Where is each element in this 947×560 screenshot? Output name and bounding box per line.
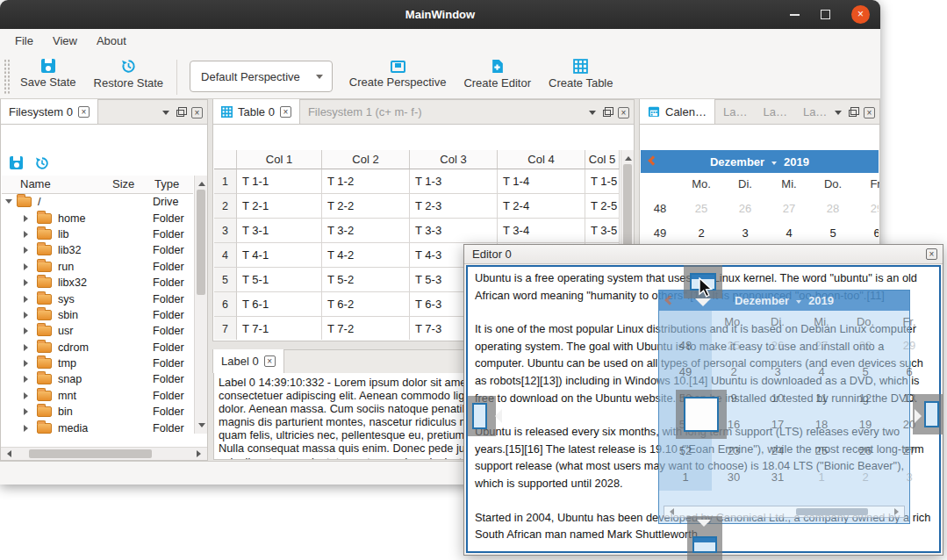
table-cell[interactable]: T 2-5 [585,194,620,219]
table-cell[interactable]: T 2-1 [237,194,322,219]
tree-row[interactable]: binFolder [2,404,193,420]
dock-float-icon[interactable] [849,110,857,117]
table-cell[interactable]: T 7-2 [322,317,410,340]
dock-close-icon[interactable]: × [618,107,629,118]
editor-titlebar[interactable]: Editor 0 × [464,245,943,264]
dock-close-icon[interactable]: × [191,107,203,118]
column-size[interactable]: Size [112,177,134,190]
scrollbar-handle[interactable] [197,190,205,295]
expand-arrow-icon[interactable] [24,327,32,334]
tree-row[interactable]: lib32Folder [2,242,193,258]
column-name[interactable]: Name [20,177,51,190]
save-state-button[interactable]: Save State [11,56,85,89]
maximize-icon[interactable] [821,10,830,19]
create-table-button[interactable]: Create Table [540,56,621,90]
day-cell[interactable]: 29 [855,197,879,221]
row-number[interactable]: 3 [214,219,237,243]
tab-label-1[interactable]: La… [715,99,755,124]
table-cell[interactable]: T 5-1 [237,268,322,292]
minimize-icon[interactable] [790,14,800,16]
row-number[interactable]: 6 [214,292,237,317]
tree-row[interactable]: mntFolder [2,388,193,404]
table-cell[interactable]: T 4-1 [237,243,322,268]
day-cell[interactable]: 27 [767,197,811,221]
month-label[interactable]: Dezember [710,155,764,169]
menu-item-file[interactable]: File [5,31,43,51]
table-cell[interactable]: T 3-5 [585,219,620,243]
table-cell[interactable]: T 2-3 [410,194,498,219]
day-cell[interactable]: 25 [679,197,723,221]
expand-arrow-icon[interactable] [24,231,32,238]
row-number[interactable]: 5 [214,268,237,292]
restore-icon[interactable] [35,156,49,170]
create-editor-button[interactable]: Create Editor [455,56,540,90]
table-cell[interactable]: T 1-2 [322,169,410,194]
column-header[interactable]: Col 1 [237,150,322,169]
menu-item-about[interactable]: About [87,31,136,51]
row-number[interactable]: 7 [214,317,237,340]
table-cell[interactable]: T 7-1 [237,317,322,340]
table-cell[interactable]: T 3-3 [410,219,498,243]
tree-vertical-scrollbar[interactable] [194,176,207,434]
tree-row[interactable]: libx32Folder [2,275,193,291]
day-cell[interactable]: 2 [679,221,723,246]
table-cell[interactable]: T 6-1 [237,292,322,317]
tab-label-2[interactable]: La… [755,99,794,124]
column-type[interactable]: Type [154,177,179,190]
menu-item-view[interactable]: View [43,31,87,51]
tree-row[interactable]: tmpFolder [2,355,193,371]
tree-row[interactable]: snapFolder [2,371,193,387]
day-cell[interactable]: 5 [811,221,855,246]
row-number[interactable]: 1 [214,169,237,194]
dock-float-icon[interactable] [176,110,184,117]
month-dropdown-icon[interactable] [771,162,777,168]
tab-label-0[interactable]: Label 0 × [213,349,284,373]
tree-row[interactable]: sysFolder [2,291,193,306]
tree-row[interactable]: /Drive [2,194,193,210]
create-perspective-button[interactable]: Create Perspective [341,56,456,89]
save-icon[interactable] [10,156,23,169]
tab-close-icon[interactable]: × [78,106,90,118]
expand-arrow-icon[interactable] [24,279,32,286]
tree-row[interactable]: homeFolder [2,210,193,226]
table-cell[interactable]: T 3-1 [237,219,322,243]
expand-arrow-icon[interactable] [24,263,32,270]
tree-header[interactable]: Name Size Type [2,176,193,194]
tree-row[interactable]: cdromFolder [2,340,193,355]
close-icon[interactable]: × [851,5,870,24]
drop-indicator-bottom[interactable] [687,516,722,560]
table-cell[interactable]: T 2-2 [322,194,410,219]
table-cell[interactable]: T 6-2 [322,292,410,317]
expand-arrow-icon[interactable] [5,199,12,207]
drop-indicator-center[interactable] [676,390,727,439]
expand-arrow-icon[interactable] [24,392,32,399]
day-cell[interactable]: 28 [811,197,855,221]
table-cell[interactable]: T 4-2 [322,243,410,268]
row-number[interactable]: 4 [214,243,237,268]
day-cell[interactable]: 3 [723,221,767,246]
tab-filesystem-1[interactable]: Filesystem 1 (c+ m- f-) [300,99,430,124]
day-cell[interactable]: 6 [855,221,879,246]
scroll-down-icon[interactable] [195,420,208,434]
expand-arrow-icon[interactable] [24,247,32,254]
expand-arrow-icon[interactable] [24,408,32,415]
tab-close-icon[interactable]: × [264,355,276,367]
table-cell[interactable]: T 1-4 [498,169,585,194]
tree-row[interactable]: mediaFolder [2,420,193,434]
scrollbar-handle[interactable] [29,449,152,458]
table-cell[interactable]: T 2-4 [498,194,585,219]
expand-arrow-icon[interactable] [24,425,32,432]
row-number[interactable]: 2 [214,194,237,219]
tab-label-3[interactable]: La… [795,99,835,124]
dock-menu-icon[interactable] [835,111,842,118]
editor-close-icon[interactable]: × [926,248,937,260]
expand-arrow-icon[interactable] [24,312,32,319]
expand-arrow-icon[interactable] [24,360,32,367]
column-header[interactable]: Col 4 [498,150,585,169]
column-header[interactable]: Col 3 [410,150,498,169]
dock-menu-icon[interactable] [162,111,169,118]
table-cell[interactable]: T 5-2 [322,268,410,292]
dock-float-icon[interactable] [603,110,611,117]
expand-arrow-icon[interactable] [24,376,32,383]
titlebar[interactable]: MainWindow × [0,0,880,29]
